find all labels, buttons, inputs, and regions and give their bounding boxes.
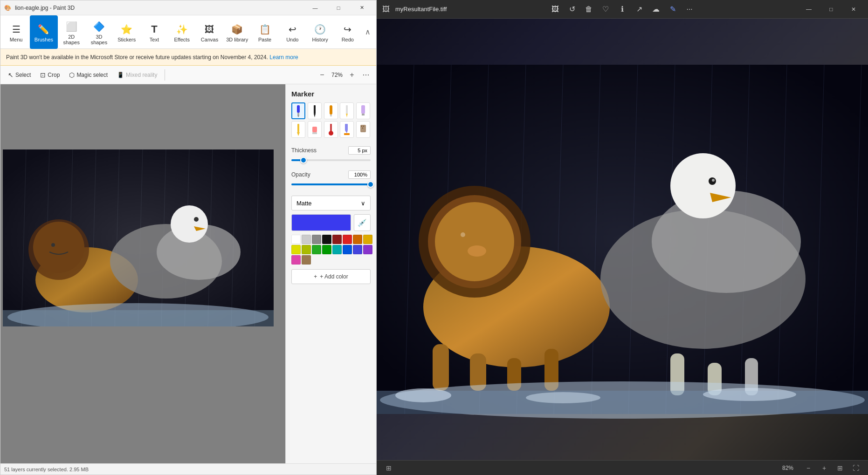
viewer-favorite-button[interactable]: ♡ — [598, 2, 613, 17]
finish-dropdown[interactable]: Matte ∨ — [291, 196, 371, 210]
svg-rect-45 — [362, 128, 363, 129]
add-color-button[interactable]: + + Add color — [291, 269, 371, 284]
toolbar-more-button[interactable]: ··· — [359, 68, 372, 81]
lion-eagle-image — [3, 149, 274, 326]
stickers-icon: ⭐ — [120, 23, 133, 36]
paste-label: Paste — [258, 37, 271, 42]
ribbon-menu[interactable]: ☰ Menu — [2, 15, 30, 49]
color-swatch-purple[interactable] — [363, 245, 372, 254]
ribbon-3dshapes[interactable]: 🔷 3D shapes — [85, 15, 113, 49]
viewer-more-button[interactable]: ··· — [682, 2, 697, 17]
color-swatch-lime[interactable] — [302, 245, 311, 254]
viewer-minimize-button[interactable]: — — [798, 2, 820, 17]
brush-tool-crayon[interactable] — [291, 121, 305, 138]
thickness-value: 5 px — [348, 146, 371, 155]
ribbon-redo[interactable]: ↪ Redo — [334, 15, 361, 49]
brush-tool-texture[interactable] — [356, 121, 370, 138]
color-swatch-pink[interactable] — [291, 255, 301, 265]
viewer-close-button[interactable]: ✕ — [843, 2, 864, 17]
thickness-row: Thickness 5 px — [291, 146, 371, 155]
color-swatch-darkred[interactable] — [332, 235, 342, 244]
svg-marker-26 — [314, 114, 316, 117]
color-swatch-lightgray[interactable] — [302, 235, 311, 244]
color-swatch-amber[interactable] — [363, 235, 372, 244]
color-swatch-green[interactable] — [312, 245, 321, 254]
marker-panel: Marker — [285, 84, 376, 463]
opacity-slider[interactable] — [291, 183, 371, 185]
color-swatch-blue[interactable] — [343, 245, 352, 254]
brush-tool-highlighter[interactable] — [356, 102, 370, 119]
brush-tool-marker[interactable] — [291, 102, 305, 119]
svg-point-15 — [51, 243, 55, 247]
color-swatch-brown[interactable] — [302, 255, 311, 265]
viewer-info-button[interactable]: ℹ — [615, 2, 630, 17]
3dshapes-icon: 🔷 — [92, 20, 105, 33]
color-swatch-gray[interactable] — [312, 235, 321, 244]
viewer-zoom-in-button[interactable]: + — [818, 461, 831, 475]
viewer-rotate-button[interactable]: ↺ — [565, 2, 579, 17]
canvas-area[interactable] — [0, 84, 285, 463]
thickness-thumb[interactable] — [300, 157, 307, 163]
brush-tool-fill[interactable] — [340, 121, 354, 138]
undo-label: Undo — [286, 37, 298, 42]
viewer-fit-button[interactable]: ⊞ — [834, 461, 847, 475]
viewer-share-button[interactable]: ↗ — [632, 2, 647, 17]
thickness-slider[interactable] — [291, 159, 371, 161]
ribbon-canvas[interactable]: 🖼 Canvas — [196, 15, 223, 49]
color-swatch-yellow[interactable] — [291, 245, 301, 254]
color-swatch-black[interactable] — [322, 235, 331, 244]
viewer-edit-button[interactable]: ✎ — [665, 2, 680, 17]
history-icon: 🕐 — [314, 23, 327, 36]
minimize-button[interactable]: — — [304, 0, 326, 15]
color-swatch-indigo[interactable] — [353, 245, 362, 254]
title-bar: 🎨 lion-eagle.jpg - Paint 3D — □ ✕ — [0, 0, 376, 15]
selected-color-swatch[interactable] — [291, 214, 351, 231]
viewer-window-controls: — □ ✕ — [798, 2, 864, 17]
ribbon-history[interactable]: 🕐 History — [306, 15, 334, 49]
ribbon-2dshapes[interactable]: ⬜ 2D shapes — [58, 15, 85, 49]
2dshapes-icon: ⬜ — [65, 20, 78, 33]
magic-select-button[interactable]: ⬡ Magic select — [65, 69, 111, 81]
viewer-image-area — [377, 19, 868, 460]
opacity-thumb[interactable] — [367, 181, 374, 188]
ribbon-collapse-button[interactable]: ∧ — [362, 15, 374, 48]
color-swatch-white[interactable] — [291, 235, 301, 244]
viewer-zoom-out-button[interactable]: − — [802, 461, 815, 475]
paint3d-window: 🎨 lion-eagle.jpg - Paint 3D — □ ✕ ☰ Menu… — [0, 0, 377, 475]
learn-more-link[interactable]: Learn more — [269, 54, 298, 61]
ribbon-brushes[interactable]: ✏️ Brushes — [30, 15, 57, 49]
viewer-maximize-button[interactable]: □ — [820, 2, 842, 17]
color-swatch-orange[interactable] — [353, 235, 362, 244]
color-swatch-red[interactable] — [343, 235, 352, 244]
viewer-delete-button[interactable]: 🗑 — [581, 2, 596, 17]
viewer-fullscreen-button[interactable]: ⛶ — [849, 461, 862, 475]
ribbon-paste[interactable]: 📋 Paste — [251, 15, 278, 49]
eyedropper-button[interactable]: 💉 — [354, 214, 371, 231]
crop-button[interactable]: ⊡ Crop — [36, 69, 63, 81]
brush-tool-eraser[interactable] — [308, 121, 322, 138]
ribbon-undo[interactable]: ↩ Undo — [279, 15, 306, 49]
status-bar: 51 layers currently selected. 2.95 MB — [0, 463, 376, 475]
toolbar-divider-1 — [165, 69, 165, 81]
ribbon-effects[interactable]: ✨ Effects — [168, 15, 196, 49]
main-area: Marker — [0, 84, 376, 463]
select-button[interactable]: ↖ Select — [4, 69, 34, 81]
viewer-open-button[interactable]: 🖼 — [548, 2, 563, 17]
color-swatch-darkgreen[interactable] — [322, 245, 331, 254]
ribbon-text[interactable]: T Text — [140, 15, 168, 49]
viewer-slideshow-button[interactable]: ⊞ — [382, 461, 395, 475]
close-button[interactable]: ✕ — [351, 0, 372, 15]
viewer-cloud-button[interactable]: ☁ — [648, 2, 663, 17]
ribbon-stickers[interactable]: ⭐ Stickers — [113, 15, 140, 49]
color-swatch-teal[interactable] — [332, 245, 342, 254]
zoom-out-button[interactable]: − — [317, 69, 328, 81]
brush-tool-pen[interactable] — [308, 102, 322, 119]
ribbon-3dlibrary[interactable]: 📦 3D library — [223, 15, 251, 49]
svg-rect-33 — [297, 124, 299, 132]
maximize-button[interactable]: □ — [328, 0, 349, 15]
svg-rect-39 — [345, 124, 348, 130]
brush-tool-brush[interactable] — [324, 121, 338, 138]
brush-tool-airbrush[interactable] — [324, 102, 338, 119]
zoom-in-button[interactable]: + — [346, 69, 358, 81]
brush-tool-pencil[interactable] — [340, 102, 354, 119]
